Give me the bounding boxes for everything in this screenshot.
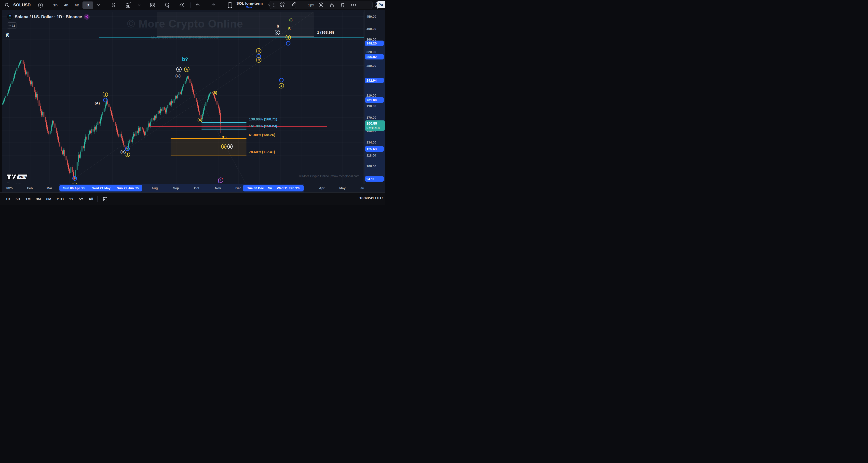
time-axis-label: Feb: [27, 186, 33, 190]
compare-add-button[interactable]: [35, 1, 46, 9]
symbol-search-button[interactable]: [1, 1, 12, 9]
price-chart[interactable]: 1 (368.98)(i)(A)(B)(C)bb?(A)(B)(C)5(i)12…: [2, 10, 385, 193]
line-width-label: 1px: [308, 3, 314, 7]
range-button-1m[interactable]: 1M: [23, 196, 33, 202]
tradingview-pro-logo[interactable]: PRO: [6, 173, 29, 182]
svg-text:201.08: 201.08: [367, 98, 377, 102]
plus-circle-icon: [38, 2, 43, 8]
price-axis-label: 170.00: [367, 116, 376, 119]
range-button-all[interactable]: All: [86, 196, 95, 202]
event-marker[interactable]: [217, 177, 224, 185]
time-axis-label: Nov: [215, 186, 221, 190]
interval-1h[interactable]: 1h: [50, 1, 61, 9]
wave-label-text[interactable]: (A): [95, 101, 100, 105]
layout-grid-button[interactable]: [147, 1, 158, 9]
interval-1d-active[interactable]: D: [83, 1, 93, 9]
price-axis-label: 134.00: [367, 141, 376, 144]
chevron-down-icon: [97, 4, 100, 6]
wave-label-text[interactable]: (A): [197, 118, 202, 122]
calendar-goto-icon: [102, 196, 108, 202]
alert-clock-icon: [164, 2, 170, 8]
time-axis-label: May: [339, 186, 345, 190]
share-idea-icon[interactable]: [84, 14, 90, 20]
redo-button[interactable]: [208, 1, 218, 9]
save-layout-button[interactable]: Save: [246, 6, 253, 9]
wave-label-text: C: [276, 31, 278, 34]
drag-handle-icon[interactable]: [273, 2, 276, 7]
tv-pro-icon: PRO: [6, 173, 29, 181]
template-button[interactable]: [277, 1, 288, 9]
publish-button[interactable]: Pu: [377, 1, 385, 8]
wave-label-text[interactable]: (B): [121, 150, 126, 154]
dots-add-icon: [280, 2, 285, 8]
alert-button[interactable]: [162, 1, 173, 9]
draw-color-button[interactable]: [288, 1, 300, 9]
price-axis-label: 118.00: [367, 153, 376, 157]
price-axis-label: 280.00: [367, 64, 376, 67]
wave-label-text: 3: [258, 49, 260, 53]
chart-style-button[interactable]: [108, 1, 119, 9]
lock-button[interactable]: [327, 1, 337, 9]
fib-level-label: 138.00% (160.71): [249, 117, 277, 121]
tradingview-app: SOLUSD 1h 4h 4D D: [0, 0, 385, 205]
wave-label-text: 2: [127, 153, 128, 156]
range-button-3m[interactable]: 3M: [34, 196, 43, 202]
interval-4h[interactable]: 4h: [61, 1, 72, 9]
more-options-button[interactable]: [348, 1, 359, 9]
toolbar-separator: [160, 2, 160, 8]
wave-label-text: B: [223, 145, 225, 148]
price-axis-label: 190.00: [367, 104, 376, 108]
svg-text:125.63: 125.63: [367, 147, 377, 151]
range-button-ytd[interactable]: YTD: [55, 196, 66, 202]
range-button-5y[interactable]: 5Y: [76, 196, 86, 202]
grid-layout-icon: [150, 2, 155, 8]
time-axis-label: Sep: [173, 186, 179, 190]
time-axis-label: Dec: [236, 186, 241, 190]
price-axis-label: 106.00: [367, 165, 376, 168]
candlestick-icon: [111, 2, 116, 8]
wave-label-text[interactable]: (C): [222, 135, 226, 139]
undo-button[interactable]: [193, 1, 204, 9]
wave-label-text: B: [229, 145, 231, 148]
layout-title: SOL long-term: [237, 1, 263, 5]
time-axis-label: Apr: [319, 186, 324, 190]
wave-label-text[interactable]: (i): [6, 33, 9, 37]
goto-date-button[interactable]: [100, 195, 111, 203]
trash-icon: [340, 2, 345, 8]
rewind-icon: [179, 3, 184, 7]
range-buttons: 1D5D1M3M6MYTD1Y5YAll: [3, 196, 95, 202]
chevron-down-icon: [138, 4, 141, 6]
wave-label-text[interactable]: (B): [212, 91, 217, 95]
interval-dropdown[interactable]: [93, 1, 104, 9]
svg-text:160.89: 160.89: [367, 121, 377, 125]
wave-label-text[interactable]: (C): [176, 74, 181, 78]
replay-button[interactable]: [176, 1, 187, 9]
range-button-6m[interactable]: 6M: [44, 196, 53, 202]
layout-rect-icon: [227, 2, 233, 8]
style-settings-button[interactable]: [316, 1, 327, 9]
layout-select-icon-wrap[interactable]: [225, 1, 236, 9]
range-button-1d[interactable]: 1D: [3, 196, 12, 202]
fib-level-label: 161.80% (150.24): [249, 124, 277, 128]
svg-text:305.82: 305.82: [367, 55, 377, 59]
toolbar-separator: [190, 2, 191, 8]
symbol-name[interactable]: SOLUSD: [12, 1, 32, 9]
wave-label-text[interactable]: b?: [182, 57, 188, 62]
range-button-5d[interactable]: 5D: [13, 196, 23, 202]
time-axis[interactable]: 2025FebMarAugSepOctNovDecAprMayJuSun 06 …: [2, 184, 385, 193]
wave-label-text[interactable]: 5: [288, 27, 290, 31]
layout-title-button[interactable]: SOL long-term Save: [236, 1, 264, 9]
delete-button[interactable]: [337, 1, 348, 9]
indicators-collapse-toggle[interactable]: 11: [7, 22, 17, 29]
clock-utc[interactable]: 16:48:41 UTC: [360, 196, 383, 200]
line-width-button[interactable]: 1px: [300, 1, 316, 9]
indicators-dropdown[interactable]: [134, 1, 145, 9]
chart-legend[interactable]: Solana / U.S. Dollar · 1D · Binance: [7, 14, 90, 20]
wave-label-text[interactable]: (i): [289, 18, 292, 22]
wave-label-text[interactable]: b: [277, 24, 279, 28]
interval-4d[interactable]: 4D: [72, 1, 83, 9]
range-button-1y[interactable]: 1Y: [67, 196, 76, 202]
fib-zone-orange[interactable]: [170, 139, 246, 156]
svg-text:07:11:18: 07:11:18: [367, 126, 380, 130]
indicators-button[interactable]: [123, 1, 134, 9]
